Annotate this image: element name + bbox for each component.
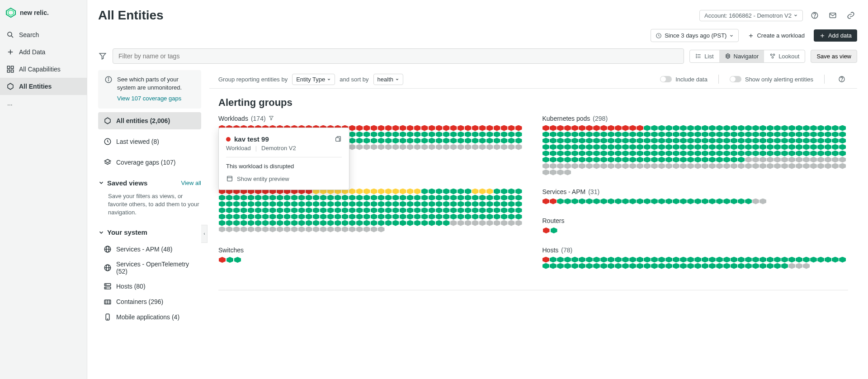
sys-containers[interactable]: Containers (296)	[98, 294, 201, 309]
saved-views-header[interactable]: Saved views View all	[98, 175, 201, 189]
hex-grid[interactable]	[542, 227, 849, 234]
tooltip-sub: Workload | Demotron V2	[226, 145, 342, 152]
svg-rect-7	[11, 66, 14, 68]
svg-point-12	[815, 17, 815, 17]
account-label: Account: 1606862 - Demotron V2	[704, 12, 792, 19]
globe-icon	[104, 245, 112, 253]
hex-grid[interactable]	[218, 256, 524, 263]
help-icon	[838, 76, 845, 83]
svg-point-30	[772, 57, 774, 58]
toolbar: Since 3 days ago (PST) Create a workload…	[87, 28, 868, 48]
your-system-header[interactable]: Your system	[98, 224, 201, 238]
navigator-icon	[725, 53, 731, 59]
group-switches: Switches	[218, 246, 524, 269]
details-icon	[226, 175, 233, 182]
group-hosts: Hosts (78)	[542, 246, 849, 269]
sys-otel[interactable]: Services - OpenTelemetry (52)	[98, 257, 201, 279]
item-label: Hosts (80)	[116, 283, 146, 290]
add-data-label: Add data	[828, 32, 852, 39]
groupby-label: Group reporting entities by	[218, 76, 288, 83]
filter-input[interactable]	[113, 48, 684, 64]
filter-button[interactable]	[98, 52, 107, 61]
sortby-label: and sort by	[340, 76, 368, 83]
account-switcher[interactable]: Account: 1606862 - Demotron V2	[699, 10, 803, 21]
groupbar-help[interactable]	[835, 73, 848, 85]
inbox-button[interactable]	[826, 9, 839, 22]
share-button[interactable]	[844, 9, 857, 22]
group-workloads: Workloads (174) kav test 99	[218, 115, 524, 175]
add-data-button[interactable]: Add data	[814, 29, 857, 42]
help-button[interactable]	[808, 9, 821, 22]
svg-marker-1	[8, 10, 14, 15]
divider	[218, 290, 848, 290]
item-label: Services - APM (48)	[116, 246, 172, 253]
save-view-button[interactable]: Save as view	[811, 50, 857, 63]
copy-button[interactable]	[335, 135, 342, 142]
group-count: (298)	[593, 115, 608, 122]
coverage-link[interactable]: View 107 coverage gaps	[117, 95, 195, 103]
group-name: Services - APM	[542, 188, 586, 195]
entity-type-select[interactable]: Entity Type	[292, 74, 335, 85]
time-range[interactable]: Since 3 days ago (PST)	[651, 29, 739, 42]
divider	[226, 157, 342, 157]
tooltip-msg: This workload is disrupted	[226, 163, 342, 170]
sidebar-search[interactable]: Search	[0, 26, 87, 43]
chevron-down-icon	[395, 77, 399, 81]
sidebar-all-entities[interactable]: All Entities	[0, 78, 87, 95]
group-otel	[218, 188, 524, 234]
sys-mobile[interactable]: Mobile applications (4)	[98, 309, 201, 325]
group-filter[interactable]	[269, 115, 275, 122]
hex-grid[interactable]	[542, 125, 849, 175]
svg-point-23	[696, 54, 697, 55]
pill-label: health	[377, 76, 393, 83]
group-count: (78)	[561, 246, 572, 254]
group-kpods: Kubernetes pods (298)	[542, 115, 849, 175]
sys-apm[interactable]: Services - APM (48)	[98, 242, 201, 257]
svg-rect-9	[11, 70, 14, 72]
view-label: Lookout	[778, 53, 799, 60]
view-navigator[interactable]: Navigator	[719, 50, 764, 62]
tooltip-scope: Demotron V2	[261, 145, 296, 152]
all-entities-item[interactable]: All entities (2,006)	[98, 112, 201, 129]
sys-hosts[interactable]: Hosts (80)	[98, 279, 201, 294]
sidebar-add-data[interactable]: Add Data	[0, 43, 87, 61]
alerting-only-toggle[interactable]: Show only alerting entities	[730, 76, 813, 83]
logo[interactable]: new relic.	[0, 5, 87, 26]
group-services-apm: Services - APM (31)	[542, 188, 849, 204]
hex-grid[interactable]	[542, 256, 849, 269]
chevron-down-icon	[327, 77, 331, 81]
svg-point-45	[106, 284, 106, 285]
funnel-icon	[269, 115, 274, 121]
include-data-toggle[interactable]: Include data	[660, 76, 708, 83]
view-lookout[interactable]: Lookout	[764, 50, 805, 62]
svg-rect-57	[336, 137, 340, 141]
hex-grid[interactable]	[218, 188, 524, 232]
view-list[interactable]: List	[690, 50, 719, 62]
sidebar-all-capabilities[interactable]: All Capabilities	[0, 61, 87, 78]
toggle-label: Include data	[675, 76, 708, 83]
your-system-list: Services - APM (48) Services - OpenTelem…	[98, 242, 201, 325]
health-select[interactable]: health	[373, 74, 403, 85]
clock-icon	[656, 33, 662, 39]
last-viewed-item[interactable]: Last viewed (8)	[98, 133, 201, 150]
item-label: All entities (2,006)	[116, 117, 170, 124]
svg-point-28	[770, 54, 772, 56]
svg-rect-6	[7, 66, 9, 68]
sidebar-more[interactable]: ...	[0, 95, 87, 111]
collapse-panel[interactable]	[201, 225, 208, 243]
coverage-gaps-item[interactable]: Coverage gaps (107)	[98, 154, 201, 171]
group-routers: Routers	[542, 217, 849, 234]
svg-point-52	[107, 319, 108, 319]
view-all-link[interactable]: View all	[181, 180, 201, 186]
info-text: See which parts of your system are unmon…	[117, 76, 182, 91]
chevron-down-icon	[793, 13, 798, 18]
group-name: Switches	[218, 246, 244, 254]
plus-icon	[819, 33, 826, 39]
svg-marker-0	[6, 8, 15, 17]
chevron-down-icon	[729, 33, 734, 38]
sidebar-label: Search	[19, 31, 39, 38]
sidebar-label: All Capabilities	[19, 66, 61, 73]
show-preview[interactable]: Show entity preview	[226, 175, 342, 182]
create-workload[interactable]: Create a workload	[744, 29, 808, 42]
hex-grid[interactable]	[542, 198, 849, 204]
